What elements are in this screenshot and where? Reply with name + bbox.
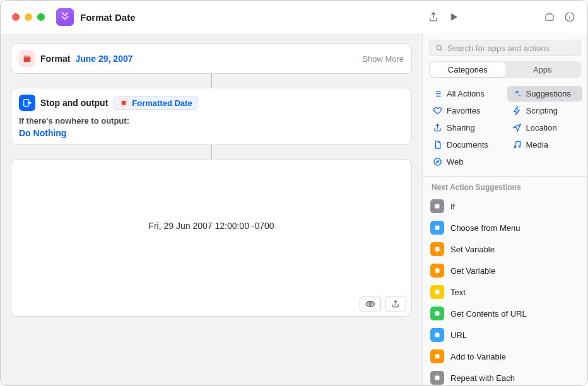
window-controls	[12, 13, 45, 21]
suggestion-get-contents-of-url[interactable]: Get Contents of URL	[423, 303, 587, 324]
suggestion-add-to-variable[interactable]: Add to Variable	[423, 346, 587, 367]
show-more-button[interactable]: Show More	[362, 54, 404, 64]
calendar-icon	[119, 98, 129, 108]
action-stop-output[interactable]: Stop and output Formatted Date If there'…	[11, 88, 412, 145]
action-icon	[430, 264, 444, 278]
nowhere-output-label: If there's nowhere to output:	[19, 116, 404, 126]
connector-line	[11, 74, 412, 88]
output-panel: Fri, 29 Jun 2007 12:00:00 -0700	[11, 159, 412, 317]
suggestion-url[interactable]: URL	[423, 324, 587, 346]
svg-rect-15	[435, 290, 440, 295]
workflow-canvas[interactable]: Format June 29, 2007 Show More Stop and …	[1, 33, 422, 385]
suggestion-if[interactable]: If	[423, 196, 587, 217]
category-label: Favorites	[447, 106, 480, 115]
share-button[interactable]	[423, 8, 444, 26]
svg-point-6	[369, 303, 372, 305]
nowhere-output-action[interactable]: Do Nothing	[19, 128, 404, 138]
action-title: Format	[40, 54, 70, 64]
svg-point-8	[514, 146, 516, 148]
segment-apps[interactable]: Apps	[505, 62, 580, 77]
svg-rect-14	[435, 269, 440, 273]
share-output-button[interactable]	[385, 296, 406, 312]
close-window-button[interactable]	[12, 13, 20, 21]
shortcut-icon	[56, 8, 74, 26]
category-documents[interactable]: Documents	[428, 137, 503, 153]
suggestion-set-variable[interactable]: Set Variable	[423, 238, 587, 260]
minimize-window-button[interactable]	[25, 13, 32, 21]
suggestion-label: Add to Variable	[450, 352, 506, 361]
suggestion-text[interactable]: Text	[423, 281, 587, 303]
calendar-icon	[19, 50, 35, 67]
output-icon	[19, 95, 35, 111]
segment-categories[interactable]: Categories	[430, 62, 505, 77]
connector-line	[11, 145, 412, 159]
action-icon	[430, 242, 444, 256]
category-label: Scripting	[526, 106, 558, 115]
info-button[interactable]	[560, 8, 580, 26]
svg-rect-16	[435, 312, 440, 316]
category-media[interactable]: Media	[507, 137, 583, 153]
suggestions-header: Next Action Suggestions	[423, 177, 587, 196]
titlebar: Format Date	[1, 1, 587, 33]
variable-token[interactable]: Formatted Date	[113, 96, 197, 110]
svg-point-9	[519, 146, 520, 148]
search-placeholder: Search for apps and actions	[447, 44, 550, 53]
category-label: Media	[526, 140, 548, 149]
category-location[interactable]: Location	[507, 120, 583, 136]
library-button[interactable]	[539, 8, 560, 26]
category-list: All ActionsSuggestionsFavoritesScripting…	[423, 83, 587, 176]
token-label: Formatted Date	[132, 98, 192, 108]
zoom-window-button[interactable]	[37, 13, 45, 21]
main-content: Format June 29, 2007 Show More Stop and …	[1, 33, 587, 385]
suggestion-label: Get Variable	[450, 266, 495, 276]
suggestion-label: Set Variable	[450, 245, 495, 254]
suggestion-label: Get Contents of URL	[450, 309, 527, 319]
category-suggestions[interactable]: Suggestions	[507, 86, 583, 102]
svg-rect-13	[435, 247, 440, 252]
category-label: Web	[447, 157, 464, 167]
library-segmented-control[interactable]: Categories Apps	[429, 61, 581, 78]
suggestion-repeat-with-each[interactable]: Repeat with Each	[423, 367, 587, 385]
run-button[interactable]	[444, 8, 464, 26]
category-label: Location	[526, 123, 557, 132]
suggestion-label: Text	[450, 288, 466, 297]
suggestion-label: Choose from Menu	[450, 223, 520, 233]
suggestion-label: Repeat with Each	[450, 373, 515, 383]
suggestions-section: Next Action Suggestions IfChoose from Me…	[423, 177, 587, 385]
action-library-sidebar: Search for apps and actions Categories A…	[422, 33, 587, 385]
suggestion-get-variable[interactable]: Get Variable	[423, 260, 587, 281]
category-scripting[interactable]: Scripting	[507, 103, 583, 119]
action-format-date[interactable]: Format June 29, 2007 Show More	[11, 44, 412, 74]
action-icon	[430, 307, 444, 320]
category-sharing[interactable]: Sharing	[428, 120, 503, 136]
svg-point-7	[437, 45, 441, 50]
svg-rect-11	[435, 204, 440, 209]
svg-rect-3	[24, 56, 31, 57]
svg-rect-12	[435, 226, 440, 230]
action-icon	[430, 199, 444, 213]
svg-rect-5	[122, 101, 126, 105]
category-all-actions[interactable]: All Actions	[428, 86, 503, 102]
action-icon	[430, 285, 444, 299]
suggestion-label: If	[450, 202, 455, 211]
suggestion-label: URL	[450, 330, 467, 340]
action-icon	[430, 328, 444, 342]
svg-rect-18	[435, 354, 440, 359]
category-label: All Actions	[447, 89, 485, 98]
search-icon	[435, 44, 444, 52]
category-favorites[interactable]: Favorites	[428, 103, 503, 119]
category-web[interactable]: Web	[428, 154, 503, 170]
action-title: Stop and output	[40, 98, 108, 108]
output-text: Fri, 29 Jun 2007 12:00:00 -0700	[11, 160, 411, 292]
suggestion-choose-from-menu[interactable]: Choose from Menu	[423, 217, 587, 238]
action-param-date[interactable]: June 29, 2007	[75, 54, 132, 64]
category-label: Sharing	[447, 123, 475, 132]
action-icon	[430, 221, 444, 235]
action-icon	[430, 349, 444, 363]
search-input[interactable]: Search for apps and actions	[429, 40, 581, 56]
svg-rect-0	[546, 15, 553, 20]
svg-point-10	[434, 158, 441, 165]
window-title: Format Date	[80, 12, 136, 23]
quicklook-button[interactable]	[360, 296, 381, 312]
svg-rect-17	[435, 333, 440, 337]
